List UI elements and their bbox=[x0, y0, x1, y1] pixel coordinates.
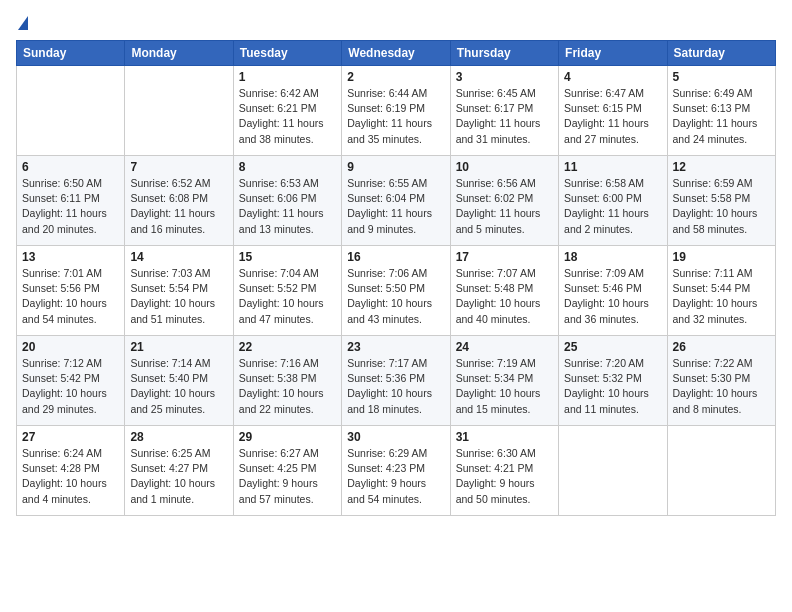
calendar-header-row: SundayMondayTuesdayWednesdayThursdayFrid… bbox=[17, 41, 776, 66]
calendar-day-cell: 15Sunrise: 7:04 AMSunset: 5:52 PMDayligh… bbox=[233, 246, 341, 336]
day-info: Sunrise: 7:01 AMSunset: 5:56 PMDaylight:… bbox=[22, 266, 119, 327]
day-info: Sunrise: 7:03 AMSunset: 5:54 PMDaylight:… bbox=[130, 266, 227, 327]
day-number: 24 bbox=[456, 340, 553, 354]
day-info: Sunrise: 6:59 AMSunset: 5:58 PMDaylight:… bbox=[673, 176, 770, 237]
calendar-week-row: 1Sunrise: 6:42 AMSunset: 6:21 PMDaylight… bbox=[17, 66, 776, 156]
day-info: Sunrise: 7:14 AMSunset: 5:40 PMDaylight:… bbox=[130, 356, 227, 417]
day-info: Sunrise: 7:11 AMSunset: 5:44 PMDaylight:… bbox=[673, 266, 770, 327]
calendar-day-cell: 30Sunrise: 6:29 AMSunset: 4:23 PMDayligh… bbox=[342, 426, 450, 516]
calendar-day-cell: 25Sunrise: 7:20 AMSunset: 5:32 PMDayligh… bbox=[559, 336, 667, 426]
day-info: Sunrise: 7:19 AMSunset: 5:34 PMDaylight:… bbox=[456, 356, 553, 417]
day-info: Sunrise: 6:25 AMSunset: 4:27 PMDaylight:… bbox=[130, 446, 227, 507]
calendar-table: SundayMondayTuesdayWednesdayThursdayFrid… bbox=[16, 40, 776, 516]
day-info: Sunrise: 6:47 AMSunset: 6:15 PMDaylight:… bbox=[564, 86, 661, 147]
calendar-day-cell: 8Sunrise: 6:53 AMSunset: 6:06 PMDaylight… bbox=[233, 156, 341, 246]
calendar-day-cell: 21Sunrise: 7:14 AMSunset: 5:40 PMDayligh… bbox=[125, 336, 233, 426]
day-info: Sunrise: 6:50 AMSunset: 6:11 PMDaylight:… bbox=[22, 176, 119, 237]
day-number: 26 bbox=[673, 340, 770, 354]
calendar-day-header: Monday bbox=[125, 41, 233, 66]
day-info: Sunrise: 6:55 AMSunset: 6:04 PMDaylight:… bbox=[347, 176, 444, 237]
calendar-day-cell: 6Sunrise: 6:50 AMSunset: 6:11 PMDaylight… bbox=[17, 156, 125, 246]
day-info: Sunrise: 6:24 AMSunset: 4:28 PMDaylight:… bbox=[22, 446, 119, 507]
day-number: 29 bbox=[239, 430, 336, 444]
calendar-day-cell: 10Sunrise: 6:56 AMSunset: 6:02 PMDayligh… bbox=[450, 156, 558, 246]
day-info: Sunrise: 6:27 AMSunset: 4:25 PMDaylight:… bbox=[239, 446, 336, 507]
calendar-day-cell: 3Sunrise: 6:45 AMSunset: 6:17 PMDaylight… bbox=[450, 66, 558, 156]
calendar-day-cell: 4Sunrise: 6:47 AMSunset: 6:15 PMDaylight… bbox=[559, 66, 667, 156]
day-info: Sunrise: 7:12 AMSunset: 5:42 PMDaylight:… bbox=[22, 356, 119, 417]
day-info: Sunrise: 6:56 AMSunset: 6:02 PMDaylight:… bbox=[456, 176, 553, 237]
calendar-day-header: Wednesday bbox=[342, 41, 450, 66]
day-number: 8 bbox=[239, 160, 336, 174]
day-number: 3 bbox=[456, 70, 553, 84]
day-number: 27 bbox=[22, 430, 119, 444]
day-info: Sunrise: 7:22 AMSunset: 5:30 PMDaylight:… bbox=[673, 356, 770, 417]
calendar-day-cell: 28Sunrise: 6:25 AMSunset: 4:27 PMDayligh… bbox=[125, 426, 233, 516]
day-info: Sunrise: 6:44 AMSunset: 6:19 PMDaylight:… bbox=[347, 86, 444, 147]
day-number: 23 bbox=[347, 340, 444, 354]
day-number: 10 bbox=[456, 160, 553, 174]
day-info: Sunrise: 6:42 AMSunset: 6:21 PMDaylight:… bbox=[239, 86, 336, 147]
calendar-day-cell bbox=[559, 426, 667, 516]
day-info: Sunrise: 7:06 AMSunset: 5:50 PMDaylight:… bbox=[347, 266, 444, 327]
calendar-day-cell: 31Sunrise: 6:30 AMSunset: 4:21 PMDayligh… bbox=[450, 426, 558, 516]
day-number: 25 bbox=[564, 340, 661, 354]
calendar-day-cell: 11Sunrise: 6:58 AMSunset: 6:00 PMDayligh… bbox=[559, 156, 667, 246]
day-info: Sunrise: 6:52 AMSunset: 6:08 PMDaylight:… bbox=[130, 176, 227, 237]
day-number: 14 bbox=[130, 250, 227, 264]
calendar-day-header: Saturday bbox=[667, 41, 775, 66]
logo bbox=[16, 16, 28, 30]
day-info: Sunrise: 7:20 AMSunset: 5:32 PMDaylight:… bbox=[564, 356, 661, 417]
calendar-day-cell: 23Sunrise: 7:17 AMSunset: 5:36 PMDayligh… bbox=[342, 336, 450, 426]
day-number: 22 bbox=[239, 340, 336, 354]
page-header bbox=[16, 16, 776, 30]
calendar-day-cell: 24Sunrise: 7:19 AMSunset: 5:34 PMDayligh… bbox=[450, 336, 558, 426]
calendar-day-cell: 26Sunrise: 7:22 AMSunset: 5:30 PMDayligh… bbox=[667, 336, 775, 426]
day-number: 16 bbox=[347, 250, 444, 264]
calendar-day-cell: 19Sunrise: 7:11 AMSunset: 5:44 PMDayligh… bbox=[667, 246, 775, 336]
day-number: 6 bbox=[22, 160, 119, 174]
day-info: Sunrise: 6:30 AMSunset: 4:21 PMDaylight:… bbox=[456, 446, 553, 507]
calendar-week-row: 6Sunrise: 6:50 AMSunset: 6:11 PMDaylight… bbox=[17, 156, 776, 246]
day-number: 4 bbox=[564, 70, 661, 84]
day-number: 30 bbox=[347, 430, 444, 444]
day-info: Sunrise: 6:53 AMSunset: 6:06 PMDaylight:… bbox=[239, 176, 336, 237]
day-info: Sunrise: 6:49 AMSunset: 6:13 PMDaylight:… bbox=[673, 86, 770, 147]
day-number: 13 bbox=[22, 250, 119, 264]
calendar-day-cell bbox=[125, 66, 233, 156]
day-number: 31 bbox=[456, 430, 553, 444]
day-number: 19 bbox=[673, 250, 770, 264]
day-info: Sunrise: 7:16 AMSunset: 5:38 PMDaylight:… bbox=[239, 356, 336, 417]
day-info: Sunrise: 7:07 AMSunset: 5:48 PMDaylight:… bbox=[456, 266, 553, 327]
calendar-day-cell bbox=[17, 66, 125, 156]
day-info: Sunrise: 7:17 AMSunset: 5:36 PMDaylight:… bbox=[347, 356, 444, 417]
calendar-day-cell: 20Sunrise: 7:12 AMSunset: 5:42 PMDayligh… bbox=[17, 336, 125, 426]
day-number: 1 bbox=[239, 70, 336, 84]
calendar-day-header: Sunday bbox=[17, 41, 125, 66]
calendar-day-cell: 2Sunrise: 6:44 AMSunset: 6:19 PMDaylight… bbox=[342, 66, 450, 156]
day-number: 5 bbox=[673, 70, 770, 84]
day-number: 28 bbox=[130, 430, 227, 444]
calendar-day-header: Tuesday bbox=[233, 41, 341, 66]
calendar-day-header: Friday bbox=[559, 41, 667, 66]
calendar-day-cell: 12Sunrise: 6:59 AMSunset: 5:58 PMDayligh… bbox=[667, 156, 775, 246]
calendar-day-cell: 17Sunrise: 7:07 AMSunset: 5:48 PMDayligh… bbox=[450, 246, 558, 336]
day-number: 11 bbox=[564, 160, 661, 174]
calendar-day-header: Thursday bbox=[450, 41, 558, 66]
day-number: 18 bbox=[564, 250, 661, 264]
day-number: 12 bbox=[673, 160, 770, 174]
calendar-day-cell: 16Sunrise: 7:06 AMSunset: 5:50 PMDayligh… bbox=[342, 246, 450, 336]
day-info: Sunrise: 6:58 AMSunset: 6:00 PMDaylight:… bbox=[564, 176, 661, 237]
day-number: 7 bbox=[130, 160, 227, 174]
day-number: 20 bbox=[22, 340, 119, 354]
calendar-day-cell: 7Sunrise: 6:52 AMSunset: 6:08 PMDaylight… bbox=[125, 156, 233, 246]
calendar-day-cell: 1Sunrise: 6:42 AMSunset: 6:21 PMDaylight… bbox=[233, 66, 341, 156]
calendar-week-row: 13Sunrise: 7:01 AMSunset: 5:56 PMDayligh… bbox=[17, 246, 776, 336]
day-number: 9 bbox=[347, 160, 444, 174]
day-info: Sunrise: 7:04 AMSunset: 5:52 PMDaylight:… bbox=[239, 266, 336, 327]
day-info: Sunrise: 7:09 AMSunset: 5:46 PMDaylight:… bbox=[564, 266, 661, 327]
calendar-day-cell: 27Sunrise: 6:24 AMSunset: 4:28 PMDayligh… bbox=[17, 426, 125, 516]
calendar-day-cell: 5Sunrise: 6:49 AMSunset: 6:13 PMDaylight… bbox=[667, 66, 775, 156]
day-number: 17 bbox=[456, 250, 553, 264]
day-info: Sunrise: 6:45 AMSunset: 6:17 PMDaylight:… bbox=[456, 86, 553, 147]
